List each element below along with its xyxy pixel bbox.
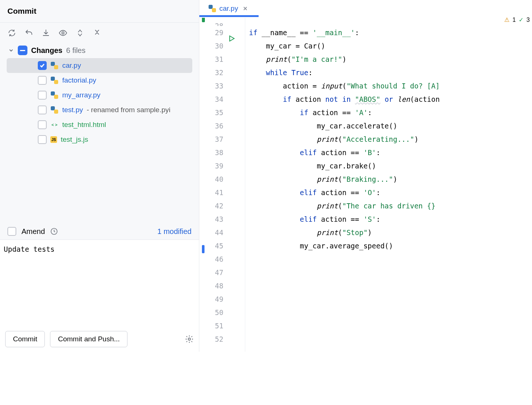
- file-row[interactable]: < >test_html.html: [33, 117, 192, 132]
- tab-car-py[interactable]: car.py: [206, 2, 250, 15]
- changes-header[interactable]: Changes 6 files: [0, 42, 199, 58]
- commit-toolbar: [0, 23, 199, 42]
- changes-label: Changes: [31, 46, 62, 55]
- gutter-marker-green: [202, 18, 205, 22]
- svg-point-2: [188, 338, 190, 340]
- amend-row: Amend 1 modified: [0, 223, 199, 240]
- tab-label: car.py: [219, 4, 238, 13]
- refresh-icon[interactable]: [7, 29, 16, 37]
- file-row[interactable]: car.py: [7, 58, 192, 73]
- file-name: test_html.html: [62, 121, 106, 129]
- run-gutter-icon[interactable]: [228, 33, 235, 46]
- python-icon: [208, 4, 216, 13]
- python-icon: [50, 106, 59, 114]
- commit-panel: Commit Changes 6 files car.pyfactorial.p…: [0, 0, 199, 352]
- file-row[interactable]: factorial.py: [33, 73, 192, 88]
- editor-panel: car.py ⚠ 1 ✓ 3 2829303132333435363738394…: [199, 0, 462, 352]
- file-checkbox[interactable]: [38, 91, 47, 100]
- html-icon: < >: [50, 121, 59, 129]
- gutter: 2829303132333435363738394041424344454647…: [199, 18, 245, 352]
- shelve-icon[interactable]: [41, 29, 50, 37]
- group-by-icon[interactable]: [76, 29, 84, 37]
- file-name: factorial.py: [62, 76, 96, 84]
- file-checkbox[interactable]: [38, 76, 47, 85]
- changes-checkbox-mixed[interactable]: [18, 46, 27, 55]
- panel-title: Commit: [0, 0, 199, 23]
- gutter-marker-blue: [202, 245, 205, 253]
- file-checkbox[interactable]: [38, 106, 47, 114]
- file-name: car.py: [62, 61, 81, 70]
- rollback-icon[interactable]: [24, 29, 33, 37]
- file-name: test.py: [62, 106, 83, 114]
- amend-checkbox[interactable]: [7, 227, 16, 236]
- modified-count[interactable]: 1 modified: [157, 227, 192, 236]
- python-icon: [50, 76, 59, 84]
- collapse-icon[interactable]: [93, 29, 102, 37]
- python-icon: [50, 91, 59, 99]
- close-icon[interactable]: [243, 6, 248, 11]
- history-icon[interactable]: [50, 227, 58, 235]
- file-name: my_array.py: [62, 91, 100, 99]
- commit-and-push-button[interactable]: Commit and Push...: [50, 331, 127, 347]
- file-name: test_js.js: [61, 135, 88, 144]
- bottom-bar: Commit Commit and Push...: [0, 327, 199, 352]
- js-icon: JS: [50, 136, 57, 143]
- commit-button[interactable]: Commit: [5, 331, 45, 347]
- svg-point-0: [62, 32, 64, 34]
- file-row[interactable]: test.py - renamed from sample.pyi: [33, 103, 192, 117]
- tab-underline: [199, 15, 259, 17]
- amend-label: Amend: [21, 227, 45, 236]
- file-checkbox[interactable]: [38, 120, 47, 129]
- preview-diff-icon[interactable]: [59, 29, 67, 37]
- commit-message-input[interactable]: Update tests: [0, 240, 199, 327]
- python-icon: [50, 61, 59, 70]
- code-editor[interactable]: 2829303132333435363738394041424344454647…: [199, 18, 462, 352]
- editor-tab-bar: car.py: [199, 0, 462, 18]
- file-row[interactable]: JStest_js.js: [33, 132, 192, 147]
- file-checkbox[interactable]: [38, 135, 47, 144]
- changes-count: 6 files: [66, 46, 85, 55]
- file-list: car.pyfactorial.pymy_array.pytest.py - r…: [0, 58, 199, 147]
- file-note: - renamed from sample.pyi: [87, 106, 170, 114]
- file-checkbox[interactable]: [38, 61, 47, 70]
- code-area[interactable]: if __name__ == '__main__': my_car = Car(…: [245, 18, 440, 352]
- gear-icon[interactable]: [185, 335, 194, 344]
- chevron-down-icon: [8, 47, 14, 53]
- file-row[interactable]: my_array.py: [33, 88, 192, 103]
